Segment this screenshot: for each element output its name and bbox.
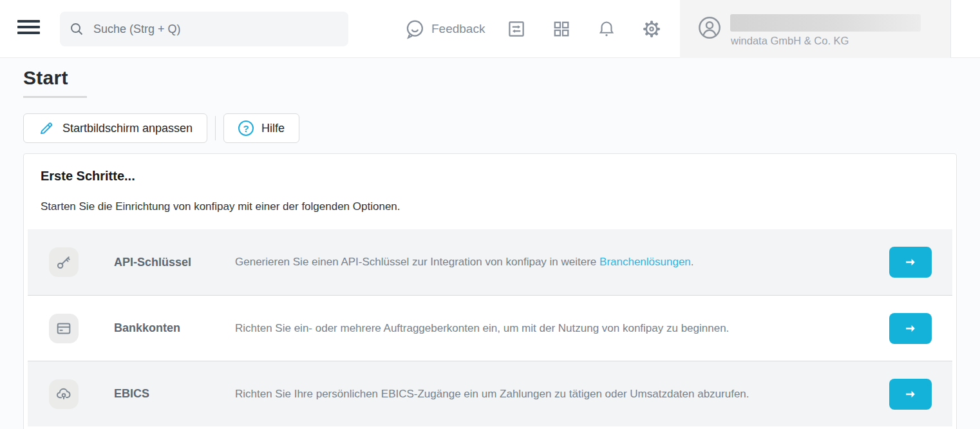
search-box — [60, 12, 348, 46]
list-item-label: EBICS — [114, 387, 235, 401]
user-menu[interactable]: windata GmbH & Co. KG — [680, 0, 951, 58]
toolbar: Startbildschirm anpassen ? Hilfe — [23, 113, 299, 143]
list-item-bank-accounts: Bankkonten Richten Sie ein- oder mehrere… — [28, 295, 952, 361]
card-title: Erste Schritte... — [24, 154, 956, 184]
list-item-description: Generieren Sie einen API-Schlüssel zur I… — [235, 256, 889, 269]
arrow-right-icon — [903, 254, 918, 270]
transfer-arrows-icon — [507, 19, 526, 39]
api-key-go-button[interactable] — [889, 247, 932, 278]
gear-icon — [642, 19, 661, 39]
avatar-icon — [697, 15, 722, 41]
bank-card-icon-box — [49, 314, 79, 343]
search-input[interactable] — [93, 23, 339, 36]
arrow-right-icon — [903, 386, 918, 402]
list-item-description: Richten Sie Ihre persönlichen EBICS-Zugä… — [235, 388, 889, 401]
branchenloesungen-link[interactable]: Branchenlösungen — [599, 256, 691, 268]
list-item-description: Richten Sie ein- oder mehrere Auftraggeb… — [235, 322, 889, 335]
list-item-api-key: API-Schlüssel Generieren Sie einen API-S… — [28, 229, 952, 295]
key-icon-box — [49, 247, 79, 277]
notifications-button[interactable] — [597, 19, 616, 39]
cloud-lock-icon-box — [49, 379, 79, 409]
toolbar-divider — [215, 116, 216, 140]
getting-started-card: Erste Schritte... Starten Sie die Einric… — [23, 153, 957, 429]
title-underline — [23, 96, 87, 98]
transfer-button[interactable] — [507, 19, 526, 39]
list-item-label: Bankkonten — [114, 321, 235, 335]
top-header: Feedback — [0, 0, 980, 58]
user-company-label: windata GmbH & Co. KG — [731, 35, 849, 47]
cloud-lock-icon — [55, 385, 73, 403]
bell-icon — [597, 19, 616, 39]
help-button[interactable]: ? Hilfe — [223, 113, 299, 143]
hamburger-menu-icon[interactable] — [17, 20, 40, 37]
apps-grid-icon — [552, 19, 571, 39]
page-title: Start — [23, 67, 68, 89]
ebics-go-button[interactable] — [889, 379, 932, 410]
key-icon — [55, 253, 73, 271]
search-icon — [69, 21, 84, 37]
list-item-label: API-Schlüssel — [114, 256, 235, 269]
card-subtitle: Starten Sie die Einrichtung von konfipay… — [24, 184, 956, 213]
bank-accounts-go-button[interactable] — [889, 313, 932, 344]
settings-button[interactable] — [642, 19, 661, 39]
bank-card-icon — [55, 319, 73, 338]
header-actions: Feedback — [404, 0, 661, 58]
customize-start-screen-button[interactable]: Startbildschirm anpassen — [23, 113, 207, 143]
arrow-right-icon — [903, 321, 918, 336]
list-item-ebics: EBICS Richten Sie Ihre persönlichen EBIC… — [28, 361, 952, 426]
feedback-bubble-icon — [404, 19, 425, 39]
customize-start-screen-label: Startbildschirm anpassen — [62, 122, 193, 135]
feedback-label: Feedback — [431, 22, 485, 36]
help-label: Hilfe — [261, 122, 285, 135]
redacted-user-name — [730, 14, 921, 32]
feedback-button[interactable]: Feedback — [404, 19, 485, 39]
apps-grid-button[interactable] — [552, 19, 571, 39]
help-question-icon: ? — [238, 120, 254, 136]
setup-options-list: API-Schlüssel Generieren Sie einen API-S… — [28, 229, 952, 426]
pencil-icon — [38, 120, 55, 137]
